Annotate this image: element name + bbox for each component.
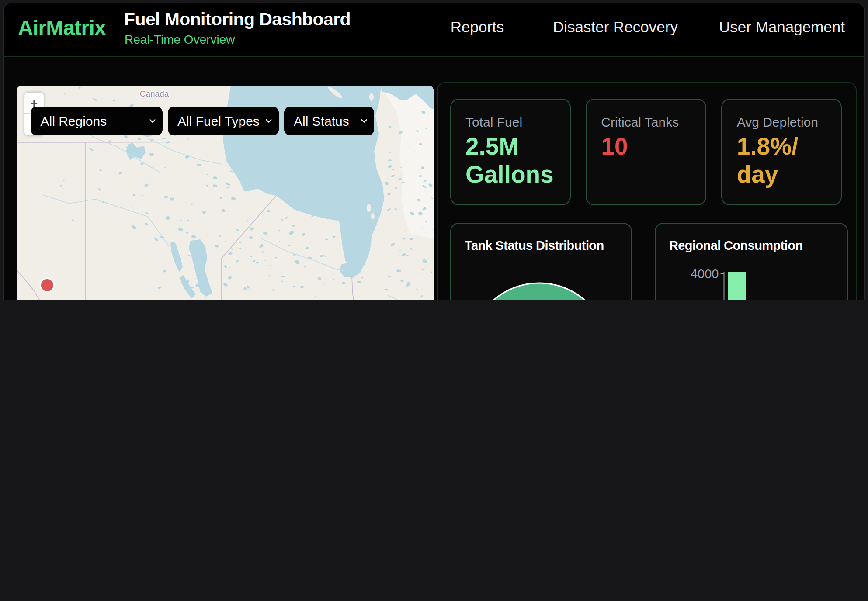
svg-text:Canada: Canada <box>139 89 169 98</box>
svg-text:4000: 4000 <box>691 266 719 280</box>
